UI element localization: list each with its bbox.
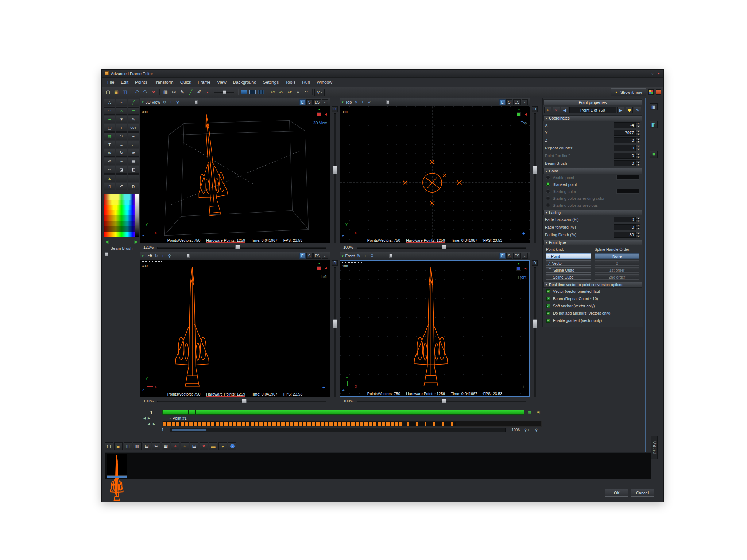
menu-view[interactable]: View	[214, 79, 230, 86]
edit-select-mode-button[interactable]: ES	[313, 253, 321, 259]
cut-tool-button[interactable]: CUT	[128, 124, 139, 132]
points-track-bar[interactable]	[162, 421, 542, 427]
starting-color-radio[interactable]	[546, 189, 550, 193]
menu-quick[interactable]: Quick	[177, 79, 195, 86]
timeline-zoom-out-icon[interactable]: ⚲−	[534, 427, 542, 433]
scroll-right-icon[interactable]: ▶	[153, 422, 155, 426]
menu-frame[interactable]: Frame	[194, 79, 214, 86]
toolbar-slider[interactable]	[214, 90, 234, 95]
snap-grid-icon[interactable]: ∷	[302, 88, 310, 96]
viewport-zoom-slider[interactable]	[157, 245, 326, 249]
vertical-scrollbar-thumb[interactable]	[533, 166, 537, 174]
paste-frame-button[interactable]: ▤	[143, 442, 151, 450]
zoom-view-icon[interactable]: ⚲	[175, 100, 180, 105]
copy-icon[interactable]: ▥	[162, 88, 170, 96]
viewport-zoom-slider[interactable]	[157, 399, 326, 403]
depth-mode-button[interactable]: D	[332, 106, 338, 112]
edit-mode-button[interactable]: E	[499, 99, 506, 105]
color-palette-row[interactable]	[104, 215, 139, 221]
delete-point-button[interactable]: ×	[553, 107, 560, 113]
vertical-scrollbar[interactable]	[534, 113, 536, 243]
select-mode-button[interactable]: S	[506, 99, 512, 105]
info-button[interactable]: i	[228, 442, 236, 450]
fade-backward-spinner[interactable]: ▲▼	[636, 217, 640, 222]
window-close-icon[interactable]: ●	[657, 72, 661, 75]
x-spinner[interactable]: ▲▼	[636, 122, 640, 128]
no-anchors-checkbox[interactable]: ✓	[546, 311, 550, 315]
frame-plus-tool-icon[interactable]: F+	[116, 132, 127, 140]
node-tool-icon[interactable]: +	[116, 124, 127, 132]
section-color[interactable]: ▾ Color	[543, 168, 642, 174]
color-grid-icon[interactable]	[648, 89, 654, 95]
viewport-zoom-slider-thumb[interactable]	[442, 245, 446, 249]
maximize-viewport-button[interactable]: ▫	[322, 253, 328, 259]
viewport-zoom-slider-thumb[interactable]	[242, 399, 247, 403]
beam-brush-spinner[interactable]: ▲▼	[636, 160, 640, 166]
align-tool-icon[interactable]: ≡	[128, 132, 139, 140]
viewport-top-canvas[interactable]: 300 ▼ ◀ Top Y X Z + Points/Vectors: 750 …	[340, 106, 530, 243]
z-field[interactable]: 0	[614, 137, 636, 143]
vector-mode-dropdown[interactable]: V ▾	[314, 89, 325, 96]
lock-button[interactable]: ●	[218, 442, 227, 450]
scroll-left-icon[interactable]: ◀	[147, 422, 150, 426]
highlight-point-button[interactable]: ✱	[626, 107, 633, 113]
menu-edit[interactable]: Edit	[117, 79, 132, 86]
viewport-splitter[interactable]: D	[331, 106, 339, 243]
wave-tool-icon[interactable]: ≈	[116, 158, 127, 165]
enable-gradient-checkbox[interactable]: ✓	[546, 319, 550, 323]
fade-backward-field[interactable]: 0	[614, 217, 636, 222]
timeline-scrollbar[interactable]	[170, 428, 506, 432]
zoom-view-icon[interactable]: ⚲	[369, 254, 374, 258]
delete-icon[interactable]: ×	[150, 88, 158, 96]
display-panel-icon[interactable]: ▣	[650, 103, 658, 110]
insert-frame-button[interactable]: +	[181, 442, 189, 450]
vertical-scrollbar-thumb[interactable]	[533, 319, 537, 328]
rotate-view-icon[interactable]: ↻	[162, 100, 167, 105]
projector-preview-icon[interactable]	[240, 88, 248, 96]
starting-color-ending-radio[interactable]	[546, 196, 550, 200]
next-point-button[interactable]: ▶	[617, 107, 624, 113]
timeline-grid-icon[interactable]: ▦	[526, 409, 533, 415]
timeline-zoom-in-icon[interactable]: ⚲+	[523, 427, 531, 433]
vertical-scrollbar[interactable]	[334, 267, 336, 397]
frame-thumbnail[interactable]	[107, 454, 127, 476]
append-frame-button[interactable]: ▤	[190, 442, 198, 450]
menu-window[interactable]: Window	[313, 79, 336, 86]
dot-tool-icon[interactable]: ∴	[104, 99, 115, 106]
blanked-point-radio[interactable]	[546, 182, 550, 186]
color-palette[interactable]	[104, 194, 139, 237]
spacing-tool-icon[interactable]: ⋯	[116, 99, 127, 106]
axis-orientation-widget[interactable]: ▼ ◀	[512, 264, 525, 273]
view-quality-slider-thumb[interactable]	[389, 254, 392, 258]
save-frame-icon[interactable]: ◫	[121, 88, 129, 96]
blank-frame-tool-icon[interactable]: ▯	[104, 183, 115, 190]
new-frame-button[interactable]: ▢	[105, 442, 113, 450]
soft-anchor-checkbox[interactable]: ✓	[546, 304, 550, 308]
select-tool-icon[interactable]: ▢	[104, 124, 115, 132]
pan-view-icon[interactable]: +	[360, 100, 365, 104]
section-fading[interactable]: ▾ Fading	[543, 210, 642, 215]
color-palette-row[interactable]	[104, 226, 139, 232]
repeat-counter-field[interactable]: 0	[614, 145, 636, 151]
zoom-view-icon[interactable]: ⚲	[167, 254, 172, 258]
layers-tool-icon[interactable]: ▤	[128, 158, 139, 165]
starting-color-swatch[interactable]	[616, 189, 639, 194]
viewport-menu-icon[interactable]: ▾	[142, 100, 144, 104]
color-palette-row[interactable]	[104, 232, 139, 237]
axis-orientation-widget[interactable]: ▼ ◀	[513, 109, 525, 119]
undo-icon[interactable]: ↶	[133, 88, 141, 96]
x-field[interactable]: -4	[614, 122, 636, 128]
sum-tool-icon[interactable]: Σ	[104, 174, 115, 182]
new-frame-icon[interactable]: ▢	[104, 88, 112, 96]
polygon-tool-icon[interactable]: ▰	[104, 116, 115, 123]
frame-filmstrip[interactable]	[105, 452, 651, 479]
text-tool-icon[interactable]: T	[104, 141, 115, 148]
undo-tool-icon[interactable]: ↶	[116, 183, 127, 190]
y-spinner[interactable]: ▲▼	[636, 130, 640, 136]
maximize-viewport-button[interactable]: ▫	[322, 99, 328, 105]
untitled-tab[interactable]: Untitled	[651, 436, 658, 459]
next-frame-icon[interactable]: ▶	[148, 416, 150, 420]
select-mode-button[interactable]: S	[306, 99, 313, 105]
menu-tools[interactable]: Tools	[282, 79, 299, 86]
timeline-scrollbar-thumb[interactable]	[172, 429, 206, 431]
